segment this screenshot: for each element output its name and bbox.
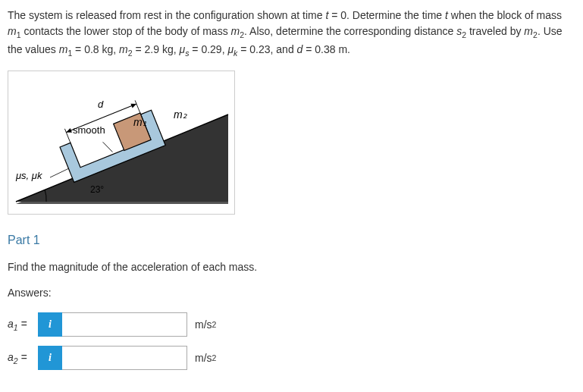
problem-statement: The system is released from rest in the …: [8, 8, 575, 59]
answer-row-a1: a1 = i m/s2: [8, 312, 575, 337]
part-instruction: Find the magnitude of the acceleration o…: [8, 261, 575, 273]
a2-label: a2 =: [8, 351, 38, 365]
a1-label: a1 =: [8, 318, 38, 332]
svg-marker-6: [130, 102, 137, 108]
a1-input[interactable]: [62, 312, 187, 337]
svg-text:m₂: m₂: [174, 108, 187, 121]
svg-text:d: d: [98, 99, 104, 110]
answers-label: Answers:: [8, 287, 575, 299]
info-icon[interactable]: i: [38, 312, 62, 337]
svg-line-9: [103, 140, 113, 154]
svg-text:m₁: m₁: [133, 116, 147, 128]
physics-diagram: d smooth m₁ m₂ μs, μk 23°: [8, 71, 235, 215]
a1-unit: m/s2: [195, 318, 216, 331]
answer-row-a2: a2 = i m/s2: [8, 346, 575, 370]
svg-line-8: [135, 100, 140, 114]
a2-unit: m/s2: [195, 352, 216, 364]
part-header: Part 1: [8, 234, 575, 247]
svg-line-10: [50, 168, 69, 177]
a2-input[interactable]: [62, 346, 187, 370]
svg-text:smooth: smooth: [73, 124, 105, 136]
svg-marker-5: [65, 128, 72, 134]
svg-text:23°: 23°: [90, 184, 104, 195]
info-icon[interactable]: i: [38, 346, 62, 370]
svg-text:μs, μk: μs, μk: [15, 170, 43, 181]
